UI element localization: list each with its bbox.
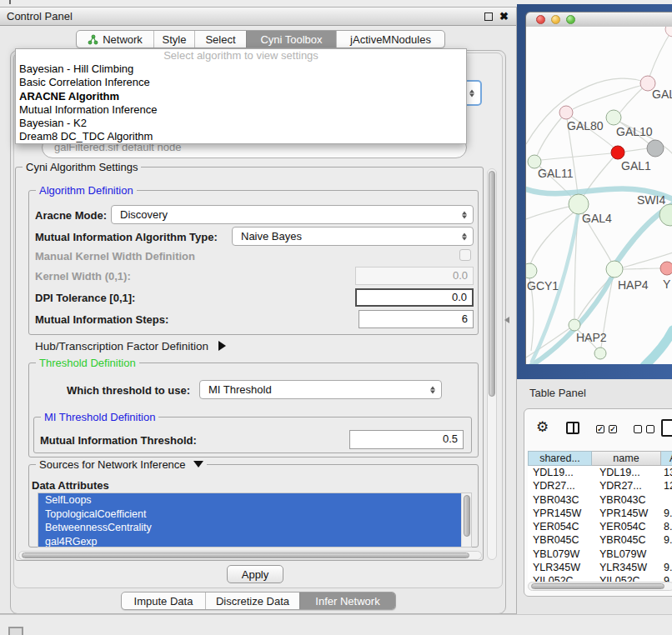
attribute-option[interactable]: BetweennessCentrality <box>38 521 461 535</box>
data-attributes-items: SelfLoopsTopologicalCoefficientBetweenne… <box>38 493 471 548</box>
attributes-scrollbar[interactable] <box>461 493 471 547</box>
algorithm-definition-legend: Algorithm Definition <box>36 184 137 197</box>
mi-steps-input[interactable]: 6 <box>359 310 474 328</box>
table-row[interactable]: YPR145WYPR145W9. <box>528 507 672 520</box>
network-node[interactable] <box>665 27 672 37</box>
table-row[interactable]: YBL079WYBL079W <box>528 548 672 561</box>
table-row[interactable]: YBR045CYBR045C9. <box>528 533 672 547</box>
algorithm-option[interactable]: Bayesian - Hill Climbing <box>16 62 466 76</box>
mi-threshold-legend: MI Threshold Definition <box>41 411 158 423</box>
close-traffic-light-icon[interactable] <box>536 15 545 24</box>
column-header-third[interactable]: A <box>661 451 672 466</box>
column-header-shared-name[interactable]: shared... <box>528 451 592 466</box>
control-panel-tabstrip: Network Style Select Cyni Toolbox jActiv… <box>76 30 445 48</box>
close-icon[interactable]: ✖ <box>499 9 509 24</box>
network-node-y[interactable] <box>660 262 672 275</box>
data-attributes-list: SelfLoopsTopologicalCoefficientBetweenne… <box>38 492 472 548</box>
settings-horizontal-scrollbar[interactable] <box>18 551 482 560</box>
table-cell: YIL052C <box>533 574 574 582</box>
which-threshold-value: MI Threshold <box>208 383 272 396</box>
algorithm-option[interactable]: Bayesian - K2 <box>16 117 466 130</box>
float-window-icon[interactable] <box>484 12 493 21</box>
tab-network[interactable]: Network <box>77 31 153 48</box>
sources-expander-icon[interactable] <box>193 461 203 468</box>
column-header-name[interactable]: name <box>592 451 661 466</box>
dpi-tolerance-label: DPI Tolerance [0,1]: <box>35 292 135 304</box>
hub-section-row[interactable]: Hub/Transcription Factor Definition <box>35 340 226 352</box>
document-icon[interactable] <box>661 419 672 437</box>
tab-label: Network <box>103 33 143 46</box>
mi-type-combo[interactable]: Naive Bayes <box>232 227 474 246</box>
hub-expander-icon[interactable] <box>218 341 226 351</box>
algorithm-option[interactable]: Dream8 DC_TDC Algorithm <box>16 130 466 143</box>
network-canvas[interactable]: GALGAL80GAL10GAL1GAL11GAL4SWI4GCY1HAP4YH… <box>526 27 672 364</box>
network-node-swi4[interactable] <box>659 204 672 226</box>
table-header-row: shared... name A <box>528 451 672 466</box>
hub-section-label: Hub/Transcription Factor Definition <box>35 340 208 352</box>
table-row[interactable]: YDR27...YDR27...12 <box>528 479 672 492</box>
algorithm-option[interactable]: Basic Correlation Inference <box>16 76 466 89</box>
zoom-traffic-light-icon[interactable] <box>566 15 575 24</box>
manual-kernel-checkbox[interactable] <box>459 249 471 261</box>
table-cell: 9. <box>664 533 672 547</box>
screen: Control Panel ✖ Network Style Select <box>0 0 672 635</box>
columns-icon[interactable] <box>566 422 579 434</box>
attribute-option[interactable]: TopologicalCoefficient <box>38 508 461 522</box>
table-panel-area: Table Panel ⚙ ✓✓ shared... name A YDL19.… <box>517 379 672 635</box>
collapsed-panel-icon[interactable] <box>8 627 23 635</box>
table-horizontal-scrollbar[interactable] <box>528 582 672 591</box>
table-cell: YBL079W <box>599 548 646 561</box>
top-tick-mark <box>9 0 11 4</box>
network-node-label: GAL11 <box>538 167 574 180</box>
apply-button[interactable]: Apply <box>227 565 283 583</box>
network-node[interactable] <box>594 348 606 359</box>
tab-label: Discretize Data <box>216 595 289 608</box>
table-row[interactable]: YBR043CYBR043C <box>528 493 672 507</box>
tab-style[interactable]: Style <box>153 31 194 48</box>
network-node-label: GAL4 <box>582 212 612 225</box>
sources-legend[interactable]: Sources for Network Inference <box>36 458 207 471</box>
unchecked-checkboxes-icon[interactable] <box>634 425 654 433</box>
tab-label: Select <box>205 33 235 46</box>
network-node-label: HAP4 <box>618 278 649 292</box>
mi-steps-value: 6 <box>462 312 468 325</box>
bottom-strip <box>0 614 672 635</box>
network-node-gcy1[interactable] <box>526 263 537 278</box>
network-node-gal1[interactable] <box>611 146 624 159</box>
network-node-hap4[interactable] <box>606 261 623 278</box>
table-row[interactable]: YLR345WYLR345W9. <box>528 561 672 574</box>
attribute-option[interactable]: SelfLoops <box>38 493 461 508</box>
mi-threshold-label: Mutual Information Threshold: <box>40 434 197 447</box>
kernel-width-input[interactable]: 0.0 <box>355 267 474 285</box>
network-node[interactable] <box>647 140 664 157</box>
network-node-gal10[interactable] <box>606 110 621 125</box>
table-row[interactable]: YIL052CYIL052C9. <box>528 574 672 582</box>
algorithm-option[interactable]: ARACNE Algorithm <box>16 90 466 103</box>
table-row[interactable]: YDL19...YDL19...13 <box>528 466 672 479</box>
table-cell: YLR345W <box>533 561 580 574</box>
settings-vertical-scrollbar[interactable] <box>487 168 497 560</box>
gear-icon[interactable]: ⚙ <box>536 418 549 436</box>
network-node-gal80[interactable] <box>559 106 573 119</box>
minimize-traffic-light-icon[interactable] <box>551 15 560 24</box>
tab-discretize-data[interactable]: Discretize Data <box>205 592 299 609</box>
mi-threshold-input[interactable]: 0.5 <box>349 430 464 449</box>
checked-checkboxes-icon[interactable]: ✓✓ <box>596 425 617 433</box>
network-node-hap2[interactable] <box>569 319 580 331</box>
panel-collapse-arrow-icon[interactable] <box>504 317 509 323</box>
algorithm-option[interactable]: Mutual Information Inference <box>16 103 466 117</box>
dpi-tolerance-input[interactable]: 0.0 <box>355 288 474 307</box>
tab-infer-network[interactable]: Infer Network <box>299 592 395 609</box>
table-cell: YBR045C <box>599 533 646 547</box>
which-threshold-combo[interactable]: MI Threshold <box>199 380 442 399</box>
tab-impute-data[interactable]: Impute Data <box>122 592 205 609</box>
tab-cyni-toolbox[interactable]: Cyni Toolbox <box>246 31 336 48</box>
tab-jactivemnodules[interactable]: jActiveMNodules <box>336 31 444 48</box>
tab-select[interactable]: Select <box>194 31 246 48</box>
table-panel-title: Table Panel <box>529 387 586 399</box>
attribute-option[interactable]: gal4RGexp <box>38 535 461 548</box>
aracne-mode-combo[interactable]: Discovery <box>111 205 474 224</box>
network-node-label: GAL80 <box>567 119 604 132</box>
dpi-tolerance-value: 0.0 <box>452 291 467 303</box>
table-row[interactable]: YER054CYER054C8. <box>528 520 672 533</box>
